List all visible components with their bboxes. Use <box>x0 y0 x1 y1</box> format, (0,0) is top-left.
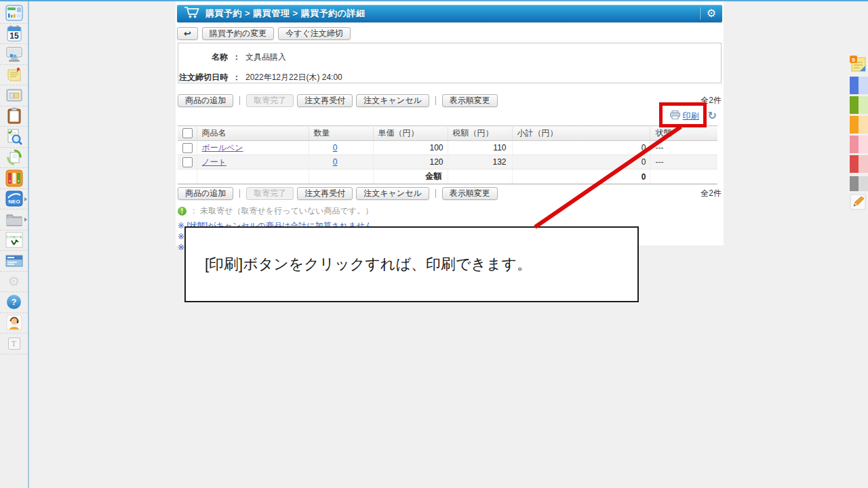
status-value: --- <box>650 155 717 169</box>
total-value: 0 <box>512 169 650 184</box>
table-row: ボールペン 0 100 110 0 --- <box>178 141 717 155</box>
pencil-icon <box>850 194 866 213</box>
select-all-checkbox[interactable] <box>182 128 193 138</box>
quantity-link[interactable]: 0 <box>333 143 338 152</box>
cart-icon <box>183 5 201 22</box>
status-value: --- <box>650 141 717 155</box>
sidebar-item-purchase[interactable] <box>0 168 28 189</box>
deadline-value: 2022年12月22日(木) 24:00 <box>245 72 342 83</box>
toolbar-divider <box>239 96 240 105</box>
swatch-pink-icon <box>850 136 868 153</box>
sidebar-item-text-tool[interactable]: T <box>0 333 28 354</box>
facility-icon <box>5 46 23 62</box>
app-header-bar: 購買予約 > 購買管理 > 購買予約の詳細 ⚙ <box>177 5 722 22</box>
change-reservation-button[interactable]: 購買予約の変更 <box>202 27 274 40</box>
quantity-link[interactable]: 0 <box>333 157 338 167</box>
svg-text:5: 5 <box>852 57 855 63</box>
back-button[interactable]: ↩ <box>177 27 198 40</box>
item-name-link[interactable]: ボールペン <box>202 143 243 152</box>
purchase-icon <box>5 169 23 187</box>
breadcrumb: 購買予約 > 購買管理 > 購買予約の詳細 <box>205 7 700 20</box>
tax-value: 110 <box>448 141 512 155</box>
workflow-icon <box>5 148 23 166</box>
total-count: 全2件 <box>701 188 722 199</box>
banner-icon <box>5 255 23 267</box>
rail-item-memo[interactable]: 5 <box>850 57 868 75</box>
col-header-item-name: 商品名 <box>197 126 309 141</box>
pickup-complete-button[interactable]: 取寄完了 <box>246 94 294 107</box>
sidebar-item-document-search[interactable] <box>0 127 28 148</box>
items-table: 商品名 数量 単価（円） 税額（円） 小計（円） 状態 ボールペン 0 100 … <box>178 125 717 184</box>
tax-value: 132 <box>448 155 512 169</box>
legend-text: ： 未取寄せ（取寄せを行っていない商品です。） <box>190 205 373 217</box>
tanomail-icon: たのめーる <box>5 232 23 248</box>
swatch-blue-icon <box>850 77 868 94</box>
sidebar-item-help[interactable]: ? <box>0 292 28 313</box>
sidebar-item-circulation[interactable] <box>0 106 28 127</box>
sidebar-item-banner[interactable] <box>0 251 28 272</box>
sidebar-item-portal[interactable] <box>0 3 28 24</box>
rail-item-swatch-gray[interactable] <box>850 175 868 192</box>
deadline-label: 注文締切日時 <box>178 72 228 83</box>
sidebar-item-schedule[interactable]: 15 <box>0 24 28 45</box>
name-row: 名称 ： 文具品購入 <box>178 52 721 63</box>
reaccept-order-button[interactable]: 注文再受付 <box>297 187 353 200</box>
back-arrow-icon: ↩ <box>184 28 191 39</box>
tutorial-callout: [印刷]ボタンをクリックすれば、印刷できます。 <box>184 226 639 302</box>
sidebar-item-memo[interactable] <box>0 65 28 86</box>
change-display-order-button[interactable]: 表示順変更 <box>442 94 498 107</box>
name-value: 文具品購入 <box>245 52 286 63</box>
reaccept-order-button[interactable]: 注文再受付 <box>297 94 353 107</box>
pickup-complete-button[interactable]: 取寄完了 <box>246 187 294 200</box>
toolbar-divider <box>435 189 436 198</box>
gear-icon[interactable]: ⚙ <box>707 8 716 19</box>
subtotal-value: 0 <box>512 155 650 169</box>
cancel-order-button[interactable]: 注文キャンセル <box>356 187 429 200</box>
appsuite-neo-icon: NEO <box>5 190 23 207</box>
sidebar-item-support[interactable] <box>0 313 28 334</box>
total-row: 金額 0 <box>178 169 717 184</box>
item-name-link[interactable]: ノート <box>202 157 227 167</box>
table-row: ノート 0 120 132 0 --- <box>178 155 717 169</box>
unit-price-value: 100 <box>373 141 448 155</box>
circulation-icon <box>7 107 22 125</box>
deadline-row: 注文締切日時 ： 2022年12月22日(木) 24:00 <box>178 72 721 83</box>
change-display-order-button[interactable]: 表示順変更 <box>442 187 498 200</box>
svg-text:NEO: NEO <box>8 199 20 205</box>
sidebar-item-workflow[interactable] <box>0 148 28 169</box>
sidebar-item-settings[interactable]: ⚙ <box>0 272 28 293</box>
sidebar-item-appsuite-neo[interactable]: NEO <box>0 189 28 210</box>
print-highlight-box <box>659 102 707 127</box>
header-divider <box>700 7 701 20</box>
add-item-button[interactable]: 商品の追加 <box>178 94 233 107</box>
label-separator: ： <box>233 72 241 83</box>
sidebar-divider <box>28 0 29 488</box>
reservation-info-box: 名称 ： 文具品購入 注文締切日時 ： 2022年12月22日(木) 24:00 <box>178 43 722 83</box>
sidebar-item-facility[interactable] <box>0 44 28 65</box>
sidebar-item-cabinet[interactable] <box>0 85 28 106</box>
row-checkbox[interactable] <box>182 157 193 167</box>
sidebar-item-tanomail[interactable]: たのめーる <box>0 230 28 251</box>
help-icon: ? <box>7 295 21 309</box>
rail-item-swatch-blue[interactable] <box>850 77 868 94</box>
rail-item-swatch-green[interactable] <box>850 96 868 114</box>
folder-icon <box>5 212 23 227</box>
swatch-green-icon <box>850 96 868 114</box>
col-header-tax: 税額（円） <box>448 126 512 141</box>
rail-item-swatch-pink[interactable] <box>850 136 868 153</box>
rail-item-swatch-red[interactable] <box>850 155 868 173</box>
col-header-unit-price: 単価（円） <box>373 126 448 141</box>
sidebar-item-folder[interactable] <box>0 209 28 230</box>
row-checkbox[interactable] <box>182 143 193 153</box>
schedule-icon: 15 <box>6 24 22 42</box>
subtotal-value: 0 <box>512 141 650 155</box>
callout-text: [印刷]ボタンをクリックすれば、印刷できます。 <box>205 254 532 274</box>
cancel-order-button[interactable]: 注文キャンセル <box>356 94 429 107</box>
not-picked-up-icon: ! <box>178 207 186 216</box>
cabinet-icon <box>5 87 23 104</box>
close-order-now-button[interactable]: 今すぐ注文締切 <box>278 27 351 40</box>
refresh-icon[interactable]: ↻ <box>708 110 717 121</box>
rail-item-swatch-orange[interactable] <box>850 116 868 134</box>
add-item-button[interactable]: 商品の追加 <box>178 187 233 200</box>
rail-item-pencil[interactable] <box>850 195 868 212</box>
